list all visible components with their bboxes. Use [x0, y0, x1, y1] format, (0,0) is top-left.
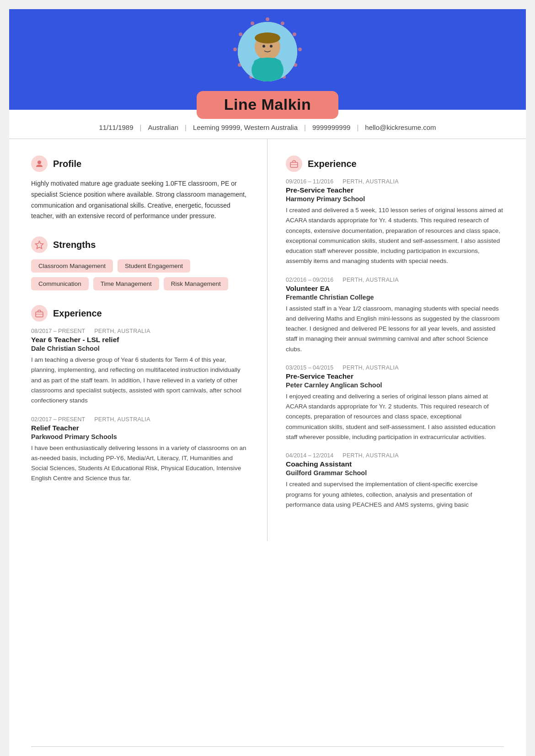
- resume-page: Line Malkin 11/11/1989 | Australian | Le…: [9, 9, 526, 756]
- contact-dob: 11/11/1989: [99, 123, 133, 131]
- exp-title: Pre-Service Teacher: [286, 186, 504, 194]
- exp-company: Guilford Grammar School: [286, 469, 504, 477]
- exp-location: PERTH, AUSTRALIA: [342, 277, 399, 283]
- exp-title: Relief Teacher: [31, 424, 249, 432]
- exp-date: 02/2016 – 09/2016: [286, 277, 333, 283]
- svg-point-18: [37, 161, 41, 164]
- strengths-header: Strengths: [31, 236, 249, 253]
- experience-entry: 02/2016 – 09/2016 PERTH, AUSTRALIA Volun…: [286, 277, 504, 354]
- svg-point-15: [262, 45, 265, 48]
- exp-location: PERTH, AUSTRALIA: [94, 328, 150, 334]
- exp-desc: I created and supervised the implementat…: [286, 479, 504, 510]
- exp-meta: 09/2016 – 11/2016 PERTH, AUSTRALIA: [286, 178, 504, 185]
- exp-desc: I am teaching a diverse group of Year 6 …: [31, 355, 249, 406]
- sep4: |: [357, 123, 358, 131]
- name-badge: Line Malkin: [197, 91, 339, 119]
- exp-company: Peter Carnley Anglican School: [286, 381, 504, 389]
- exp-company: Harmony Primary School: [286, 195, 504, 203]
- strength-tag: Time Management: [93, 277, 159, 290]
- sep3: |: [304, 123, 306, 131]
- exp-title: Volunteer EA: [286, 284, 504, 293]
- exp-date: 08/2017 – PRESENT: [31, 328, 85, 334]
- profile-header: Profile: [31, 155, 249, 172]
- exp-title: Year 6 Teacher - LSL relief: [31, 336, 249, 344]
- left-experience-title: Experience: [53, 308, 102, 319]
- right-experience-entries: 09/2016 – 11/2016 PERTH, AUSTRALIA Pre-S…: [286, 178, 504, 510]
- svg-point-3: [298, 48, 302, 51]
- svg-point-8: [233, 48, 237, 51]
- profile-text: Highly motivated mature age graduate see…: [31, 178, 249, 222]
- exp-company: Dale Christian School: [31, 345, 249, 352]
- strength-tag: Risk Management: [164, 277, 228, 290]
- profile-section: Profile Highly motivated mature age grad…: [31, 155, 249, 222]
- briefcase-icon-left: [35, 309, 44, 318]
- strengths-tags: Classroom ManagementStudent EngagementCo…: [31, 259, 249, 290]
- sep1: |: [140, 123, 142, 131]
- exp-location: PERTH, AUSTRALIA: [342, 365, 399, 371]
- svg-point-16: [270, 45, 273, 48]
- main-content: Profile Highly motivated mature age grad…: [9, 139, 526, 541]
- exp-location: PERTH, AUSTRALIA: [94, 416, 150, 423]
- exp-title: Pre-Service Teacher: [286, 372, 504, 381]
- right-experience-title: Experience: [308, 159, 357, 169]
- footer-divider: [31, 746, 504, 747]
- experience-entry: 09/2016 – 11/2016 PERTH, AUSTRALIA Pre-S…: [286, 178, 504, 267]
- svg-point-17: [254, 58, 281, 67]
- exp-desc: I assisted staff in a Year 1/2 classroom…: [286, 304, 504, 354]
- right-experience-section: Experience 09/2016 – 11/2016 PERTH, AUST…: [286, 155, 504, 510]
- strength-tag: Communication: [31, 277, 89, 290]
- header-background: Line Malkin: [9, 9, 526, 110]
- contact-nationality: Australian: [148, 123, 178, 131]
- profile-icon: [31, 155, 48, 172]
- left-column: Profile Highly motivated mature age grad…: [9, 139, 268, 541]
- exp-desc: I enjoyed creating and delivering a seri…: [286, 391, 504, 442]
- strengths-section: Strengths Classroom ManagementStudent En…: [31, 236, 249, 290]
- svg-point-14: [255, 32, 280, 43]
- strengths-title: Strengths: [53, 240, 96, 250]
- exp-desc: I have been enthusiastically delivering …: [31, 443, 249, 484]
- exp-meta: 08/2017 – PRESENT PERTH, AUSTRALIA: [31, 328, 249, 334]
- exp-title: Coaching Assistant: [286, 460, 504, 468]
- experience-icon-right: [286, 155, 302, 172]
- exp-date: 03/2015 – 04/2015: [286, 365, 333, 371]
- exp-company: Fremantle Christian College: [286, 294, 504, 301]
- briefcase-icon-right: [289, 159, 299, 168]
- experience-entry: 08/2017 – PRESENT PERTH, AUSTRALIA Year …: [31, 328, 249, 406]
- strengths-icon: [31, 236, 48, 253]
- exp-meta: 02/2017 – PRESENT PERTH, AUSTRALIA: [31, 416, 249, 423]
- contact-phone: 9999999999: [312, 123, 350, 131]
- avatar: [238, 22, 297, 81]
- person-icon: [35, 159, 44, 168]
- exp-desc: I created and delivered a 5 week, 110 le…: [286, 205, 504, 267]
- exp-meta: 02/2016 – 09/2016 PERTH, AUSTRALIA: [286, 277, 504, 283]
- candidate-name: Line Malkin: [224, 96, 311, 113]
- avatar-container: [238, 22, 297, 81]
- strength-tag: Classroom Management: [31, 259, 113, 273]
- svg-marker-19: [36, 241, 43, 249]
- right-column: Experience 09/2016 – 11/2016 PERTH, AUST…: [268, 139, 526, 541]
- experience-entry: 03/2015 – 04/2015 PERTH, AUSTRALIA Pre-S…: [286, 365, 504, 442]
- experience-icon-left: [31, 305, 48, 322]
- avatar-svg: [238, 22, 297, 81]
- experience-entry: 02/2017 – PRESENT PERTH, AUSTRALIA Relie…: [31, 416, 249, 484]
- left-experience-entries: 08/2017 – PRESENT PERTH, AUSTRALIA Year …: [31, 328, 249, 483]
- exp-date: 04/2014 – 12/2014: [286, 452, 333, 459]
- sep2: |: [185, 123, 187, 131]
- exp-meta: 04/2014 – 12/2014 PERTH, AUSTRALIA: [286, 452, 504, 459]
- exp-location: PERTH, AUSTRALIA: [342, 452, 399, 459]
- profile-title: Profile: [53, 159, 81, 169]
- experience-entry: 04/2014 – 12/2014 PERTH, AUSTRALIA Coach…: [286, 452, 504, 510]
- strength-tag: Student Engagement: [118, 259, 190, 273]
- right-experience-header: Experience: [286, 155, 504, 172]
- exp-date: 09/2016 – 11/2016: [286, 178, 333, 185]
- contact-address: Leeming 99999, Western Australia: [193, 123, 298, 131]
- exp-meta: 03/2015 – 04/2015 PERTH, AUSTRALIA: [286, 365, 504, 371]
- svg-point-0: [266, 17, 269, 21]
- star-icon: [35, 240, 44, 249]
- exp-date: 02/2017 – PRESENT: [31, 416, 85, 423]
- contact-email: hello@kickresume.com: [365, 123, 436, 131]
- svg-point-1: [281, 21, 284, 25]
- svg-point-6: [251, 21, 254, 25]
- left-experience-header: Experience: [31, 305, 249, 322]
- exp-location: PERTH, AUSTRALIA: [342, 178, 399, 185]
